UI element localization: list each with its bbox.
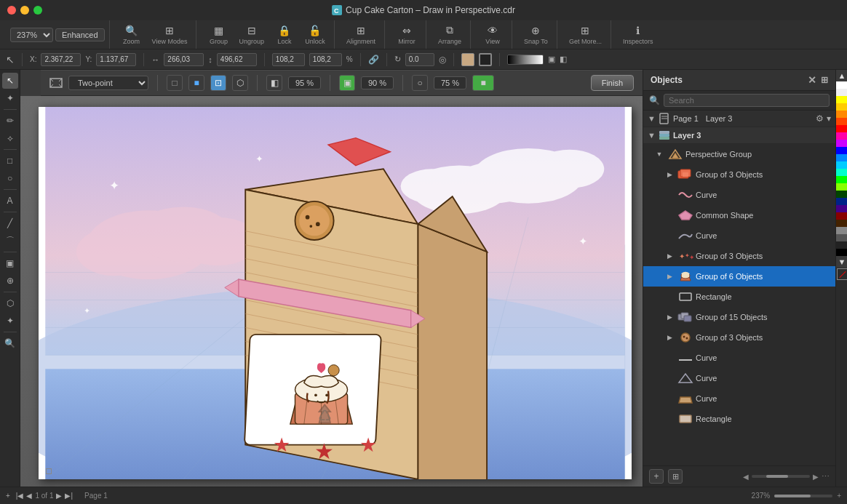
common-shape-item[interactable]: ▶ Common Shape bbox=[643, 205, 835, 225]
blend-tool[interactable]: ⊕ bbox=[2, 273, 18, 289]
palette-color-red[interactable] bbox=[836, 125, 847, 132]
palette-color-nearblack[interactable] bbox=[836, 241, 847, 249]
fill-opacity-input[interactable] bbox=[361, 76, 394, 89]
perspective-group-item[interactable]: ▼ Perspective Group bbox=[643, 144, 835, 164]
palette-color-blue[interactable] bbox=[836, 147, 847, 154]
palette-scroll-up[interactable]: ▲ bbox=[836, 70, 847, 81]
fill-color-swatch[interactable] bbox=[461, 53, 474, 66]
alignment-button[interactable]: ⊞ Alignment bbox=[342, 23, 380, 47]
rectangle-2-item[interactable]: ▶ Rectangle bbox=[643, 409, 835, 429]
zoom-in-button[interactable]: + bbox=[837, 492, 841, 500]
minimize-button[interactable] bbox=[20, 6, 29, 15]
palette-color-brown[interactable] bbox=[836, 220, 847, 227]
palette-color-teal[interactable] bbox=[836, 169, 847, 176]
close-panel-button[interactable]: ✕ bbox=[808, 74, 816, 86]
pick-tool[interactable]: ✦ bbox=[2, 90, 18, 106]
rectangle-1-item[interactable]: ▶ Rectangle bbox=[643, 287, 835, 307]
palette-color-yellow[interactable] bbox=[836, 96, 847, 103]
hex-button[interactable]: ⬡ bbox=[232, 75, 248, 91]
palette-color-gold[interactable] bbox=[836, 103, 847, 111]
curve-tool[interactable]: ✏ bbox=[2, 113, 18, 129]
perspective-group-expand[interactable]: ▼ bbox=[653, 148, 665, 160]
color-box-button[interactable]: ■ bbox=[472, 75, 494, 91]
line-tool[interactable]: ╱ bbox=[2, 215, 18, 231]
group-15-expand[interactable]: ▶ bbox=[664, 311, 675, 323]
palette-color-pink[interactable] bbox=[836, 132, 847, 140]
add-page-button[interactable]: + bbox=[6, 492, 10, 500]
palette-color-orange[interactable] bbox=[836, 111, 847, 118]
palette-color-lightgray[interactable] bbox=[836, 89, 847, 96]
shadow-tool[interactable]: ▣ bbox=[2, 255, 18, 271]
height-input[interactable] bbox=[217, 53, 257, 66]
lock-button[interactable]: 🔒 Lock bbox=[270, 23, 299, 47]
curve-2-item[interactable]: ▶ Curve bbox=[643, 225, 835, 246]
enhanced-button[interactable]: Enhanced bbox=[55, 28, 105, 41]
no-fill-button[interactable] bbox=[837, 268, 847, 280]
zoom-tool[interactable]: 🔍 bbox=[2, 335, 18, 351]
inspectors-button[interactable]: ℹ Inspectors bbox=[619, 23, 658, 47]
palette-color-cyan[interactable] bbox=[836, 161, 847, 169]
curve-1-item[interactable]: ▶ Curve bbox=[643, 185, 835, 205]
view-button[interactable]: 👁 View bbox=[478, 23, 507, 47]
group-6-expand[interactable]: ▶ bbox=[664, 271, 675, 282]
objects-view-button[interactable]: ⊞ bbox=[668, 469, 683, 484]
palette-color-darkgreen[interactable] bbox=[836, 191, 847, 198]
group-button[interactable]: ▦ Group bbox=[204, 23, 233, 47]
palette-color-darkpurple[interactable] bbox=[836, 205, 847, 212]
group-3-objects-1-item[interactable]: ▶ Group of 3 Objects bbox=[643, 164, 835, 185]
y-input[interactable] bbox=[96, 53, 136, 66]
stroke-opacity-button[interactable]: ○ bbox=[412, 75, 428, 91]
close-button[interactable] bbox=[7, 6, 16, 15]
group-6-objects-item[interactable]: ▶ Group of 6 Objects bbox=[643, 266, 835, 287]
finish-button[interactable]: Finish bbox=[591, 75, 634, 91]
connector-tool[interactable]: ⌒ bbox=[2, 233, 18, 249]
ungroup-button[interactable]: ⊟ Ungroup bbox=[234, 23, 269, 47]
stroke-opacity-input[interactable] bbox=[434, 76, 466, 89]
box-outline-button[interactable]: □ bbox=[167, 75, 183, 91]
layer-settings-button[interactable]: ⚙ bbox=[816, 113, 824, 124]
text-tool[interactable]: A bbox=[2, 193, 18, 209]
objects-tree[interactable]: ▼ Perspective Group ▶ bbox=[643, 144, 835, 465]
palette-color-white[interactable] bbox=[836, 81, 847, 89]
scroll-right-icon[interactable]: ▶ bbox=[813, 473, 819, 481]
group-3-1-expand[interactable]: ▶ bbox=[664, 169, 675, 180]
next-page-button[interactable]: ▶ bbox=[56, 492, 62, 500]
width-input[interactable] bbox=[164, 53, 204, 66]
height-pct-input[interactable] bbox=[309, 53, 342, 66]
opacity-button[interactable]: ◧ bbox=[266, 75, 282, 91]
palette-color-darkgray[interactable] bbox=[836, 234, 847, 241]
width-pct-input[interactable] bbox=[272, 53, 305, 66]
mirror-button[interactable]: ⇔ Mirror bbox=[392, 23, 421, 47]
more-options-icon[interactable]: ⋯ bbox=[822, 472, 830, 481]
search-input[interactable] bbox=[664, 94, 830, 107]
curve-5-item[interactable]: ▶ Curve bbox=[643, 388, 835, 409]
group-3-2-expand[interactable]: ▶ bbox=[664, 250, 675, 262]
page-expand-icon[interactable]: ▼ bbox=[648, 114, 656, 123]
select-tool[interactable]: ↖ bbox=[2, 73, 18, 89]
zoom-slider-track[interactable] bbox=[774, 495, 832, 497]
snap-to-button[interactable]: ⊕ Snap To bbox=[520, 23, 552, 47]
get-more-button[interactable]: ⊞ Get More... bbox=[565, 23, 606, 47]
layer-more-button[interactable]: ▾ bbox=[827, 113, 831, 124]
palette-scroll-down[interactable]: ▼ bbox=[836, 256, 847, 268]
arrange-button[interactable]: ⧉ Arrange bbox=[434, 23, 466, 47]
fill-tool[interactable]: ⬡ bbox=[2, 295, 18, 311]
unlock-button[interactable]: 🔓 Unlock bbox=[301, 23, 330, 47]
expand-panel-icon[interactable]: ⊞ bbox=[821, 75, 828, 85]
palette-color-black[interactable] bbox=[836, 249, 847, 256]
opacity-input[interactable] bbox=[288, 76, 321, 89]
palette-color-red-orange[interactable] bbox=[836, 118, 847, 125]
maximize-button[interactable] bbox=[33, 6, 42, 15]
palette-color-lime[interactable] bbox=[836, 183, 847, 191]
box-filled-button[interactable]: ■ bbox=[188, 75, 204, 91]
prev-page-button[interactable]: ◀ bbox=[26, 492, 32, 500]
perspective-mode-select[interactable]: Two-point One-point Three-point bbox=[68, 76, 148, 90]
palette-color-green[interactable] bbox=[836, 176, 847, 183]
zoom-select[interactable]: 237%100%200%50% bbox=[10, 28, 53, 42]
box-3d-button[interactable]: ⊡ bbox=[210, 75, 226, 91]
x-input[interactable] bbox=[41, 53, 81, 66]
first-page-button[interactable]: |◀ bbox=[16, 492, 24, 500]
curve-3-item[interactable]: ▶ Curve bbox=[643, 348, 835, 368]
ellipse-tool[interactable]: ○ bbox=[2, 170, 18, 186]
smart-tool[interactable]: ⟡ bbox=[2, 130, 18, 146]
